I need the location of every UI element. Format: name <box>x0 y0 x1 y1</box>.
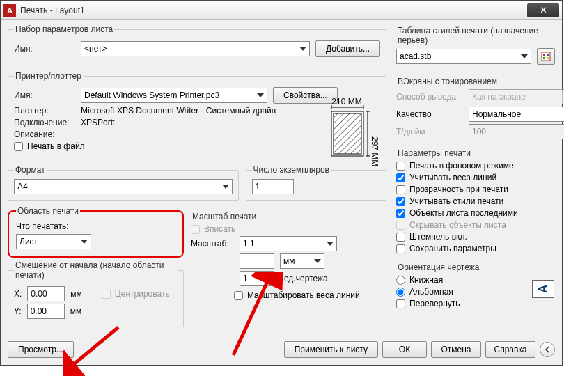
printer-name-label: Имя: <box>14 91 75 100</box>
format-group: Формат A4 <box>8 165 239 201</box>
orientation-legend: Ориентация чертежа <box>396 262 555 272</box>
what-label: Что печатать: <box>16 221 175 231</box>
orientation-icon: A <box>532 280 554 298</box>
preview-button[interactable]: Просмотр... <box>8 341 74 358</box>
add-pageset-button[interactable]: Добавить... <box>315 40 380 57</box>
paper-preview: 210 MM 297 MM <box>312 97 382 174</box>
edit-style-button[interactable] <box>537 48 555 65</box>
options-group: Параметры печати Печать в фоновом режиме… <box>396 147 555 256</box>
desc-label: Описание: <box>14 130 75 139</box>
offset-y-input[interactable] <box>27 304 65 319</box>
orient-flip[interactable]: Перевернуть <box>396 299 555 308</box>
port-label: Подключение: <box>14 118 75 127</box>
opt-save[interactable]: Сохранить параметры <box>396 244 555 253</box>
shaded-vp-group: ВЭкраны с тонированием Способ выводаКак … <box>396 75 564 141</box>
dpi-label: Т/дюйм <box>396 127 463 136</box>
scale-legend: Масштаб печати <box>191 212 381 221</box>
equals-label: = <box>330 256 338 266</box>
dpi-input <box>469 124 564 139</box>
page-setup-legend: Набор параметров листа <box>14 24 114 34</box>
help-button[interactable]: Справка <box>485 341 535 358</box>
scale-group: Масштаб печати Вписать Масштаб: 1:1 мм = <box>191 206 386 308</box>
scale-unit-label: ед.чертежа <box>284 274 328 283</box>
copies-group: Число экземпляров <box>246 165 386 201</box>
svg-text:297 MM: 297 MM <box>370 136 379 166</box>
plot-area-select[interactable]: Лист <box>16 234 91 249</box>
cancel-button[interactable]: Отмена <box>431 341 481 358</box>
fit-check[interactable]: Вписать <box>191 224 381 234</box>
scale-unit-select[interactable]: мм <box>280 253 324 269</box>
orient-portrait[interactable]: Книжная <box>396 275 555 285</box>
scale-mm-input[interactable] <box>240 253 274 269</box>
title-bar: A Печать - Layout1 ✕ <box>1 1 562 20</box>
format-legend: Формат <box>14 165 47 175</box>
scale-select[interactable]: 1:1 <box>240 236 337 251</box>
svg-rect-13 <box>547 54 549 56</box>
scale-label: Масштаб: <box>191 239 234 249</box>
ok-button[interactable]: ОК <box>382 341 427 358</box>
opt-ps[interactable]: Учитывать стили печати <box>396 196 555 206</box>
footer: Просмотр... Применить к листу ОК Отмена … <box>1 336 562 365</box>
plot-style-legend: Таблица стилей печати (назначение перьев… <box>396 26 555 45</box>
y-unit: мм <box>70 306 82 316</box>
offset-group: Смещение от начала (начало области печат… <box>8 260 184 327</box>
opt-stamp[interactable]: Штемпель вкл. <box>396 232 555 242</box>
scale-drawing-input[interactable] <box>240 271 274 286</box>
close-button[interactable]: ✕ <box>527 3 559 17</box>
printer-group: Принтер/плоттер Имя: Default Windows Sys… <box>8 71 386 159</box>
quality-select[interactable]: Нормальное <box>469 107 564 122</box>
plotter-value: Microsoft XPS Document Writer - Системны… <box>81 106 276 116</box>
svg-rect-11 <box>542 52 550 61</box>
scale-lw-check[interactable]: Масштабировать веса линий <box>234 290 381 300</box>
apply-button[interactable]: Применить к листу <box>284 341 378 358</box>
x-label: X: <box>14 289 22 299</box>
name-label: Имя: <box>14 44 75 54</box>
plot-area-group: Область печати Что печатать: Лист <box>8 206 184 258</box>
svg-text:210 MM: 210 MM <box>331 97 361 107</box>
format-select[interactable]: A4 <box>14 179 233 194</box>
style-editor-icon <box>541 52 551 61</box>
offset-x-input[interactable] <box>27 286 65 301</box>
x-unit: мм <box>70 289 82 299</box>
printer-select[interactable]: Default Windows System Printer.pc3 <box>81 88 267 103</box>
svg-rect-6 <box>334 113 361 154</box>
copies-legend: Число экземпляров <box>252 165 331 175</box>
plot-style-select[interactable]: acad.stb <box>396 49 531 64</box>
opt-bg[interactable]: Печать в фоновом режиме <box>396 161 555 171</box>
opt-tr[interactable]: Прозрачность при печати <box>396 185 555 194</box>
plotter-label: Плоттер: <box>14 106 75 116</box>
mode-label: Способ вывода <box>396 92 463 102</box>
opt-lw[interactable]: Учитывать веса линий <box>396 173 555 182</box>
print-dialog: A Печать - Layout1 ✕ Набор параметров ли… <box>0 0 563 366</box>
offset-legend: Смещение от начала (начало области печат… <box>14 260 178 280</box>
orientation-group: Ориентация чертежа Книжная Альбомная Пер… <box>396 261 555 311</box>
y-label: Y: <box>14 306 22 316</box>
plot-style-group: Таблица стилей печати (назначение перьев… <box>396 24 555 70</box>
opt-hide[interactable]: Скрывать объекты листа <box>396 220 555 230</box>
chevron-left-icon <box>544 346 551 353</box>
printer-legend: Принтер/плоттер <box>14 71 83 81</box>
collapse-button[interactable] <box>540 342 555 357</box>
copies-input[interactable] <box>252 179 294 194</box>
plot-area-legend: Область печати <box>16 206 80 216</box>
orient-landscape[interactable]: Альбомная <box>396 287 555 297</box>
opt-pl[interactable]: Объекты листа последними <box>396 208 555 218</box>
quality-label: Качество <box>396 109 463 119</box>
page-setup-select[interactable]: <нет> <box>81 41 310 56</box>
svg-rect-14 <box>543 57 545 59</box>
app-icon: A <box>3 4 16 17</box>
svg-rect-12 <box>543 54 545 56</box>
mode-select: Как на экране <box>469 89 564 104</box>
center-check[interactable]: Центрировать <box>102 289 170 299</box>
svg-rect-15 <box>547 57 549 59</box>
window-title: Печать - Layout1 <box>20 6 527 15</box>
port-value: XPSPort: <box>81 118 115 127</box>
options-legend: Параметры печати <box>396 148 555 158</box>
shaded-vp-legend: ВЭкраны с тонированием <box>396 77 564 86</box>
page-setup-group: Набор параметров листа Имя: <нет> Добави… <box>8 24 386 65</box>
